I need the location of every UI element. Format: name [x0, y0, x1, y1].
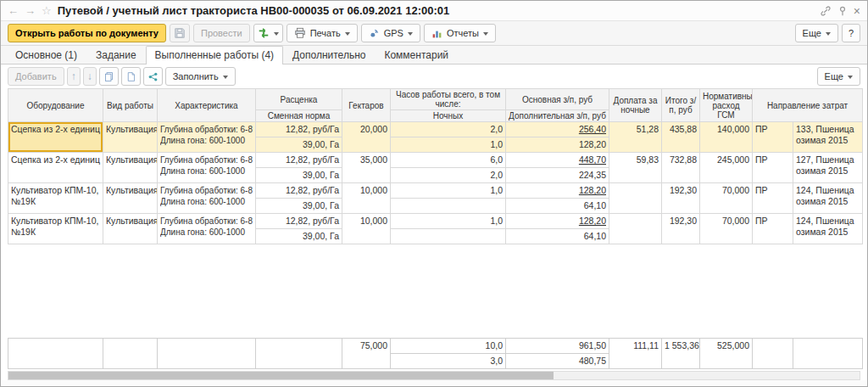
cell-salary-main[interactable]: 128,20 [506, 214, 609, 229]
cell-field[interactable]: 127, Пшеница озимая 2015 [793, 153, 863, 183]
tab-comment[interactable]: Комментарий [375, 46, 458, 64]
cell-salary-total[interactable]: 192,30 [662, 183, 700, 214]
characteristic-line: Длина гона: 600-1000 [160, 135, 253, 146]
cell-salary-additional[interactable]: 64,10 [506, 229, 609, 244]
cell-equipment[interactable]: Сцепка из 2-х единиц [8, 122, 103, 153]
cell-cost-direction[interactable]: ПР [753, 183, 793, 214]
tab-content: Добавить ↑ ↓ [1, 64, 867, 386]
tab-main[interactable]: Основное (1) [6, 46, 86, 64]
cell-fuel-norm[interactable]: 245,000 [700, 153, 753, 183]
cell-hours-night[interactable] [391, 199, 506, 214]
cell-hours-night[interactable] [391, 229, 506, 244]
cell-hours-total[interactable]: 6,0 [391, 153, 506, 168]
cell-salary-total[interactable]: 192,30 [662, 214, 700, 244]
cell-hours-night[interactable]: 1,0 [391, 137, 506, 153]
horizontal-scrollbar[interactable] [8, 371, 860, 380]
cell-salary-additional[interactable]: 224,35 [506, 168, 609, 183]
cell-characteristic[interactable]: Глубина обработки: 6-8, Длина гона: 600-… [158, 183, 256, 214]
cell-fuel-norm[interactable]: 140,000 [700, 122, 753, 153]
cell-equipment[interactable]: Культиватор КПМ-10, №19К [8, 183, 103, 214]
move-down-button[interactable]: ↓ [83, 67, 97, 86]
cell-rate[interactable]: 12,82, руб/Га [256, 122, 342, 137]
forward-icon[interactable]: → [25, 5, 36, 16]
cell-equipment[interactable]: Культиватор КПМ-10, №19К [8, 214, 103, 244]
cell-characteristic[interactable]: Глубина обработки: 6-8, Длина гона: 600-… [158, 122, 256, 153]
salary-main-link[interactable]: 128,20 [579, 216, 606, 226]
cell-salary-main[interactable]: 128,20 [506, 183, 609, 199]
total-hours-night: 3,0 [391, 354, 506, 369]
cell-rate[interactable]: 12,82, руб/Га [256, 183, 342, 199]
grid-more-button[interactable]: Еще [817, 67, 860, 86]
cell-hours-night[interactable]: 2,0 [391, 168, 506, 183]
related-documents-button[interactable] [143, 67, 163, 86]
cell-salary-additional[interactable]: 128,20 [506, 137, 609, 153]
get-link-icon[interactable] [820, 5, 832, 17]
more-button[interactable]: Еще [795, 24, 838, 42]
cell-cost-direction[interactable]: ПР [753, 153, 793, 183]
cell-hours-total[interactable]: 2,0 [391, 122, 506, 137]
cell-hours-total[interactable]: 1,0 [391, 214, 506, 229]
cell-shift-norm[interactable]: 39,00, Га [256, 229, 342, 244]
cell-salary-additional[interactable]: 64,10 [506, 199, 609, 214]
pin-icon[interactable] [837, 5, 849, 17]
fill-button[interactable]: Заполнить [165, 67, 236, 86]
cell-field[interactable]: 133, Пшеница озимая 2015 [793, 122, 863, 153]
cell-night-bonus[interactable] [609, 214, 662, 244]
cell-fuel-norm[interactable]: 70,000 [700, 183, 753, 214]
add-row-button[interactable]: Добавить [8, 67, 64, 86]
duplicate-row-button[interactable] [121, 67, 141, 86]
reports-button[interactable]: Отчеты [424, 24, 496, 42]
back-icon[interactable]: ← [8, 5, 19, 16]
cell-shift-norm[interactable]: 39,00, Га [256, 199, 342, 214]
cell-cost-direction[interactable]: ПР [753, 214, 793, 244]
cell-equipment[interactable]: Сцепка из 2-х единиц [8, 153, 103, 183]
gps-button[interactable]: GPS [361, 24, 420, 42]
cell-characteristic[interactable]: Глубина обработки: 6-8, Длина гона: 600-… [158, 153, 256, 183]
cell-hectares[interactable]: 20,000 [342, 122, 391, 153]
open-works-button[interactable]: Открыть работы по документу [8, 24, 166, 42]
save-button[interactable] [170, 24, 190, 42]
print-button[interactable]: Печать [287, 24, 358, 42]
cell-shift-norm[interactable]: 39,00, Га [256, 137, 342, 153]
cell-hours-total[interactable]: 1,0 [391, 183, 506, 199]
tab-completed-works[interactable]: Выполненные работы (4) [146, 46, 283, 64]
post-button[interactable]: Провести [193, 24, 250, 42]
tab-additional[interactable]: Дополнительно [283, 46, 375, 64]
scrollbar-thumb[interactable] [8, 372, 554, 379]
cell-night-bonus[interactable] [609, 183, 662, 214]
cell-rate[interactable]: 12,82, руб/Га [256, 153, 342, 168]
table-row: Культиватор КПМ-10, №19К Культивация Глу… [8, 214, 863, 229]
cell-night-bonus[interactable]: 51,28 [609, 122, 662, 153]
cell-work-type[interactable]: Культивация [103, 183, 158, 214]
cell-hectares[interactable]: 10,000 [342, 183, 391, 214]
cell-cost-direction[interactable]: ПР [753, 122, 793, 153]
tab-task[interactable]: Задание [86, 46, 146, 64]
cell-salary-total[interactable]: 732,88 [662, 153, 700, 183]
move-up-button[interactable]: ↑ [67, 67, 81, 86]
cell-hectares[interactable]: 10,000 [342, 214, 391, 244]
cell-work-type[interactable]: Культивация [103, 122, 158, 153]
cell-work-type[interactable]: Культивация [103, 153, 158, 183]
salary-main-link[interactable]: 256,40 [579, 124, 606, 134]
cell-field[interactable]: 124, Пшеница озимая 2015 [793, 183, 863, 214]
cell-shift-norm[interactable]: 39,00, Га [256, 168, 342, 183]
help-button[interactable]: ? [842, 24, 860, 42]
cell-night-bonus[interactable]: 59,83 [609, 153, 662, 183]
close-icon[interactable]: × [854, 5, 860, 17]
salary-main-link[interactable]: 448,70 [579, 154, 606, 165]
cell-fuel-norm[interactable]: 70,000 [700, 214, 753, 244]
salary-main-link[interactable]: 128,20 [579, 185, 606, 195]
cell-hectares[interactable]: 35,000 [342, 153, 391, 183]
total-salary-main: 961,50 [506, 339, 609, 354]
cell-salary-main[interactable]: 448,70 [506, 153, 609, 168]
cell-salary-main[interactable]: 256,40 [506, 122, 609, 137]
copy-row-button[interactable] [99, 67, 119, 86]
table-row: Культиватор КПМ-10, №19К Культивация Глу… [8, 183, 863, 199]
cell-field[interactable]: 124, Пшеница озимая 2015 [793, 214, 863, 244]
cell-rate[interactable]: 12,82, руб/Га [256, 214, 342, 229]
favorite-star-icon[interactable]: ☆ [42, 4, 52, 17]
cell-salary-total[interactable]: 435,88 [662, 122, 700, 153]
cell-characteristic[interactable]: Глубина обработки: 6-8, Длина гона: 600-… [158, 214, 256, 244]
cell-work-type[interactable]: Культивация [103, 214, 158, 244]
create-based-on-button[interactable] [253, 24, 283, 42]
